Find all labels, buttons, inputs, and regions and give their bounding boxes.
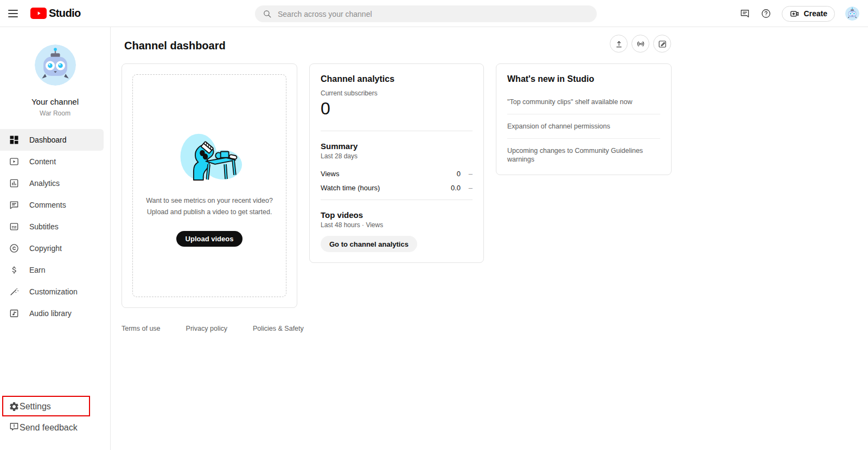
whats-new-list: "Top community clips" shelf available no… — [507, 90, 660, 171]
dashboard-cards: Want to see metrics on your recent video… — [122, 63, 672, 308]
upload-prompt-text: Want to see metrics on your recent video… — [146, 195, 273, 218]
sidebar-item-label: Copyright — [29, 244, 62, 253]
terms-of-use-link[interactable]: Terms of use — [122, 325, 161, 332]
page-title: Channel dashboard — [124, 40, 226, 52]
topbar: Studio — [0, 0, 868, 27]
channel-analytics-card: Channel analytics Current subscribers 0 … — [309, 63, 484, 263]
sidebar-item-earn[interactable]: Earn — [0, 259, 110, 281]
video-creator-illustration — [176, 129, 242, 182]
feedback-icon[interactable] — [739, 8, 750, 19]
sidebar-item-label: Content — [29, 157, 56, 166]
metric-label: Views — [321, 170, 457, 178]
search-bar[interactable] — [255, 5, 597, 22]
go-to-channel-analytics-button[interactable]: Go to channel analytics — [321, 236, 417, 252]
sidebar-item-label: Comments — [29, 201, 66, 209]
topbar-actions: Create — [739, 0, 859, 27]
current-subscribers-value: 0 — [321, 98, 473, 119]
create-button[interactable]: Create — [782, 6, 835, 22]
create-video-icon — [789, 9, 800, 19]
sidebar-item-audio-library[interactable]: Audio library — [0, 303, 110, 324]
sidebar-item-label: Analytics — [29, 179, 60, 188]
sidebar-item-customization[interactable]: Customization — [0, 281, 110, 303]
upload-icon — [614, 39, 624, 49]
whats-new-item[interactable]: "Top community clips" shelf available no… — [507, 90, 660, 114]
upload-prompt-line1: Want to see metrics on your recent video… — [146, 195, 273, 207]
whats-new-item[interactable]: Expansion of channel permissions — [507, 114, 660, 139]
sidebar-item-label: Customization — [29, 287, 78, 296]
content-icon — [9, 156, 20, 167]
privacy-policy-link[interactable]: Privacy policy — [186, 325, 227, 332]
channel-name: War Room — [0, 110, 110, 117]
youtube-play-icon — [30, 8, 47, 19]
help-icon[interactable] — [761, 8, 771, 19]
metric-label: Watch time (hours) — [321, 184, 451, 192]
sidebar-item-analytics[interactable]: Analytics — [0, 172, 110, 194]
upload-videos-button[interactable]: Upload videos — [176, 231, 243, 247]
analytics-icon — [9, 178, 20, 189]
sidebar: Your channel War Room Dashboard — [0, 27, 111, 450]
analytics-card-title: Channel analytics — [321, 74, 473, 84]
earn-icon — [9, 265, 20, 275]
top-videos-period: Last 48 hours · Views — [321, 221, 473, 229]
whats-new-card: What's new in Studio "Top community clip… — [496, 63, 672, 175]
divider — [321, 200, 473, 200]
sidebar-item-comments[interactable]: Comments — [0, 194, 110, 216]
account-avatar[interactable] — [845, 7, 859, 21]
upload-prompt-card: Want to see metrics on your recent video… — [122, 63, 297, 308]
channel-block: Your channel War Room — [0, 27, 110, 117]
hamburger-menu-icon[interactable] — [8, 8, 20, 20]
sidebar-item-label: Dashboard — [29, 136, 67, 144]
sidebar-item-label: Subtitles — [29, 222, 59, 231]
whats-new-title: What's new in Studio — [507, 74, 660, 84]
channel-avatar[interactable] — [35, 44, 76, 86]
send-feedback-icon — [9, 421, 20, 434]
header-actions — [610, 35, 671, 53]
audio-library-icon — [9, 308, 20, 319]
summary-title: Summary — [321, 142, 473, 151]
sidebar-item-subtitles[interactable]: Subtitles — [0, 216, 110, 237]
upload-video-button[interactable] — [610, 35, 628, 53]
metric-row-watch-time: Watch time (hours) 0.0 – — [321, 181, 473, 195]
current-subscribers-label: Current subscribers — [321, 89, 473, 97]
comments-icon — [9, 200, 20, 210]
upload-prompt-line2: Upload and publish a video to get starte… — [146, 207, 273, 218]
sidebar-item-send-feedback[interactable]: Send feedback — [0, 417, 110, 438]
sidebar-item-settings[interactable]: Settings — [0, 396, 110, 417]
customization-icon — [9, 286, 20, 297]
sidebar-item-label: Send feedback — [20, 423, 78, 433]
go-live-button[interactable] — [631, 35, 649, 53]
sidebar-item-copyright[interactable]: Copyright — [0, 237, 110, 259]
sidebar-menu: Dashboard Content Analyt — [0, 129, 110, 324]
summary-metrics: Views 0 – Watch time (hours) 0.0 – — [321, 166, 473, 195]
upload-dropzone: Want to see metrics on your recent video… — [132, 74, 286, 297]
footer-links: Terms of use Privacy policy Policies & S… — [122, 325, 304, 332]
edit-icon — [658, 39, 667, 49]
metric-trend: – — [461, 184, 473, 192]
main-content: Channel dashboard — [111, 27, 868, 450]
policies-safety-link[interactable]: Policies & Safety — [253, 325, 304, 332]
top-videos-title: Top videos — [321, 210, 473, 220]
sidebar-item-label: Settings — [20, 402, 51, 412]
dashboard-icon — [9, 134, 20, 145]
sidebar-item-label: Audio library — [29, 309, 72, 318]
studio-logo[interactable]: Studio — [30, 7, 81, 20]
go-live-icon — [636, 39, 646, 49]
sidebar-item-label: Earn — [29, 266, 46, 274]
settings-icon — [9, 401, 20, 412]
sidebar-item-dashboard[interactable]: Dashboard — [0, 129, 104, 151]
search-input[interactable] — [278, 10, 589, 18]
youtube-studio-app: Studio — [0, 0, 868, 450]
metric-trend: – — [461, 170, 473, 178]
copyright-icon — [9, 243, 20, 254]
sidebar-bottom: Settings Send feedback — [0, 396, 110, 438]
divider — [321, 131, 473, 131]
search-icon — [263, 9, 272, 18]
create-post-button[interactable] — [653, 35, 671, 53]
subtitles-icon — [9, 221, 20, 232]
logo-text: Studio — [49, 7, 81, 20]
create-button-label: Create — [803, 9, 827, 18]
sidebar-item-content[interactable]: Content — [0, 151, 110, 172]
metric-row-views: Views 0 – — [321, 166, 473, 181]
metric-value: 0 — [457, 170, 461, 178]
whats-new-item[interactable]: Upcoming changes to Community Guidelines… — [507, 139, 660, 171]
